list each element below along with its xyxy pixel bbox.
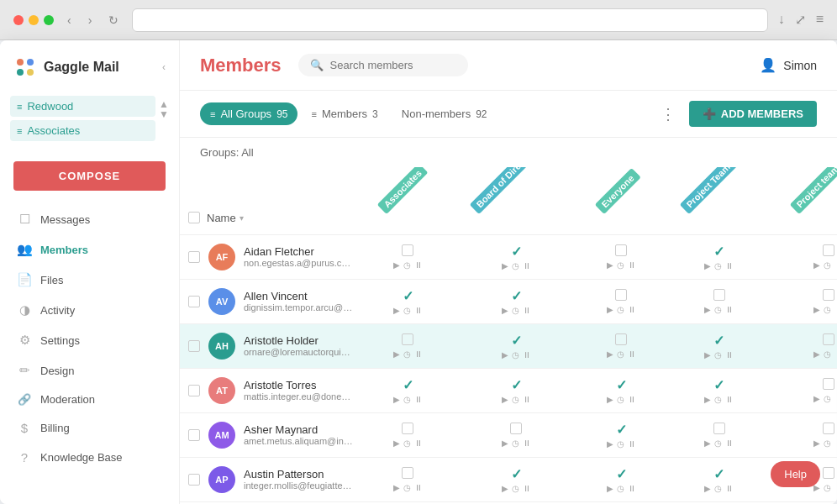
- play-icon[interactable]: ▶: [813, 260, 820, 270]
- clock-icon[interactable]: ◷: [824, 349, 831, 359]
- sidebar-item-moderation[interactable]: 🔗 Moderation: [0, 386, 179, 413]
- pause-icon[interactable]: ⏸: [628, 395, 636, 404]
- clock-icon[interactable]: ◷: [512, 350, 519, 360]
- play-icon[interactable]: ▶: [393, 306, 400, 315]
- menu-icon[interactable]: ≡: [816, 12, 824, 28]
- play-icon[interactable]: ▶: [813, 394, 820, 403]
- pause-icon[interactable]: ⏸: [523, 350, 531, 360]
- groups-down-icon[interactable]: ▼: [159, 109, 169, 119]
- play-icon[interactable]: ▶: [704, 438, 711, 448]
- group-checkbox[interactable]: [510, 423, 522, 434]
- minimize-button[interactable]: [29, 15, 39, 25]
- clock-icon[interactable]: ◷: [714, 350, 722, 360]
- pause-icon[interactable]: ⏸: [725, 395, 734, 404]
- clock-icon[interactable]: ◷: [714, 395, 722, 404]
- play-icon[interactable]: ▶: [607, 260, 613, 270]
- row-checkbox[interactable]: [188, 474, 200, 486]
- compose-button[interactable]: COMPOSE: [13, 161, 166, 191]
- clock-icon[interactable]: ◷: [617, 484, 624, 493]
- group-checkbox[interactable]: [823, 244, 834, 256]
- pause-icon[interactable]: ⏸: [725, 305, 734, 314]
- group-checkbox[interactable]: [823, 378, 834, 390]
- address-bar[interactable]: [132, 8, 767, 32]
- sidebar-item-files[interactable]: 📄 Files: [0, 265, 179, 295]
- name-sort[interactable]: Name ▾: [207, 212, 244, 224]
- clock-icon[interactable]: ◷: [512, 395, 519, 404]
- play-icon[interactable]: ▶: [502, 484, 508, 493]
- play-icon[interactable]: ▶: [393, 438, 400, 448]
- select-all-checkbox[interactable]: [188, 212, 200, 223]
- pause-icon[interactable]: ⏸: [725, 438, 734, 448]
- maximize-button[interactable]: [44, 15, 54, 25]
- group-checkbox[interactable]: [402, 244, 413, 256]
- play-icon[interactable]: ▶: [607, 305, 613, 314]
- pause-icon[interactable]: ⏸: [414, 438, 423, 448]
- play-icon[interactable]: ▶: [502, 261, 508, 270]
- clock-icon[interactable]: ◷: [617, 260, 624, 270]
- tab-non-members[interactable]: Non-members 92: [392, 102, 497, 125]
- clock-icon[interactable]: ◷: [824, 483, 831, 492]
- fullscreen-icon[interactable]: ⤢: [795, 12, 806, 28]
- play-icon[interactable]: ▶: [813, 349, 820, 359]
- add-members-button[interactable]: ➕ ADD MEMBERS: [689, 101, 817, 127]
- play-icon[interactable]: ▶: [704, 261, 711, 270]
- sidebar-item-members[interactable]: 👥 Members: [0, 234, 179, 265]
- download-icon[interactable]: ↓: [778, 12, 785, 28]
- clock-icon[interactable]: ◷: [714, 305, 722, 314]
- clock-icon[interactable]: ◷: [617, 439, 624, 449]
- clock-icon[interactable]: ◷: [403, 260, 411, 270]
- pause-icon[interactable]: ⏸: [523, 395, 531, 404]
- pause-icon[interactable]: ⏸: [523, 438, 531, 448]
- group-item-associates[interactable]: ≡ Associates: [10, 120, 155, 141]
- sidebar-item-messages[interactable]: ☐ Messages: [0, 204, 179, 234]
- close-button[interactable]: [13, 15, 24, 25]
- group-checkbox[interactable]: [823, 423, 834, 434]
- play-icon[interactable]: ▶: [393, 260, 400, 270]
- clock-icon[interactable]: ◷: [512, 438, 519, 448]
- clock-icon[interactable]: ◷: [824, 438, 831, 448]
- clock-icon[interactable]: ◷: [824, 260, 831, 270]
- pause-icon[interactable]: ⏸: [725, 350, 734, 360]
- tab-all-groups[interactable]: ≡ All Groups 95: [200, 102, 297, 125]
- group-checkbox[interactable]: [402, 333, 413, 345]
- play-icon[interactable]: ▶: [502, 438, 508, 448]
- group-checkbox[interactable]: [713, 423, 725, 434]
- clock-icon[interactable]: ◷: [403, 395, 411, 404]
- group-checkbox[interactable]: [615, 333, 627, 345]
- play-icon[interactable]: ▶: [502, 350, 508, 360]
- play-icon[interactable]: ▶: [704, 305, 711, 314]
- pause-icon[interactable]: ⏸: [414, 349, 423, 359]
- group-checkbox[interactable]: [823, 467, 834, 479]
- row-checkbox[interactable]: [188, 251, 200, 263]
- play-icon[interactable]: ▶: [607, 349, 613, 359]
- pause-icon[interactable]: ⏸: [414, 395, 423, 404]
- pause-icon[interactable]: ⏸: [414, 260, 423, 270]
- row-checkbox[interactable]: [188, 385, 200, 396]
- clock-icon[interactable]: ◷: [714, 438, 722, 448]
- clock-icon[interactable]: ◷: [824, 305, 831, 314]
- play-icon[interactable]: ▶: [813, 438, 820, 448]
- play-icon[interactable]: ▶: [607, 439, 613, 449]
- sidebar-collapse-icon[interactable]: ‹: [162, 61, 166, 73]
- clock-icon[interactable]: ◷: [714, 261, 722, 270]
- pause-icon[interactable]: ⏸: [628, 439, 636, 449]
- reload-button[interactable]: ↻: [105, 10, 122, 30]
- clock-icon[interactable]: ◷: [617, 349, 624, 359]
- clock-icon[interactable]: ◷: [403, 483, 411, 492]
- clock-icon[interactable]: ◷: [512, 261, 519, 270]
- tab-members[interactable]: ≡ Members 3: [301, 102, 387, 125]
- row-checkbox[interactable]: [188, 429, 200, 441]
- play-icon[interactable]: ▶: [704, 395, 711, 404]
- group-item-redwood[interactable]: ≡ Redwood: [10, 96, 155, 117]
- pause-icon[interactable]: ⏸: [628, 260, 636, 270]
- clock-icon[interactable]: ◷: [714, 484, 722, 493]
- pause-icon[interactable]: ⏸: [628, 349, 636, 359]
- back-button[interactable]: ‹: [64, 10, 75, 30]
- pause-icon[interactable]: ⏸: [523, 261, 531, 270]
- play-icon[interactable]: ▶: [393, 395, 400, 404]
- clock-icon[interactable]: ◷: [512, 306, 519, 315]
- group-checkbox[interactable]: [823, 289, 834, 301]
- sidebar-item-activity[interactable]: ◑ Activity: [0, 295, 179, 325]
- pause-icon[interactable]: ⏸: [414, 306, 423, 315]
- clock-icon[interactable]: ◷: [403, 349, 411, 359]
